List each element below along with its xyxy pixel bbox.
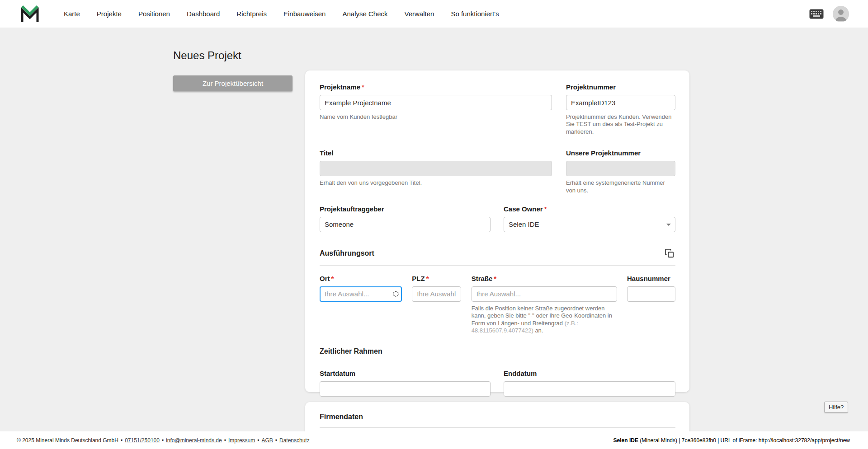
top-nav-bar: Karte Projekte Positionen Dashboard Rich…: [0, 0, 868, 28]
section-divider: [320, 265, 675, 266]
footer-link-email[interactable]: info@mineral-minds.de: [166, 437, 222, 444]
dropdown-arrow-icon: [666, 224, 671, 226]
unsere-projektnummer-helper: Erhält eine systemgenerierte Nummer von …: [566, 179, 675, 194]
keyboard-icon[interactable]: [809, 9, 824, 19]
plz-label-text: PLZ: [412, 275, 425, 282]
titel-label-text: Titel: [320, 149, 334, 157]
nav-item-dashboard[interactable]: Dashboard: [187, 10, 220, 18]
unsere-projektnummer-input: [566, 161, 675, 176]
case-owner-label-text: Case Owner: [504, 205, 543, 213]
projektauftraggeber-field: Projektauftraggeber: [320, 205, 491, 232]
plz-label: PLZ*: [412, 275, 461, 283]
footer-separator: •: [162, 437, 164, 444]
titel-label: Titel: [320, 149, 552, 157]
enddatum-label-text: Enddatum: [504, 369, 537, 377]
footer-separator: •: [121, 437, 123, 444]
mineral-minds-logo[interactable]: [20, 5, 39, 23]
required-asterisk: *: [362, 83, 364, 91]
nav-item-einbauweisen[interactable]: Einbauweisen: [283, 10, 326, 18]
nav-item-so-funktionierts[interactable]: So funktioniert's: [451, 10, 499, 18]
footer-separator: •: [275, 437, 277, 444]
required-asterisk: *: [331, 275, 334, 282]
enddatum-field: Enddatum: [504, 369, 675, 397]
footer-link-impressum[interactable]: Impressum: [228, 437, 255, 444]
main-nav: Karte Projekte Positionen Dashboard Rich…: [64, 10, 499, 18]
unsere-projektnummer-label-text: Unsere Projektnummer: [566, 149, 641, 157]
topbar-actions: [809, 6, 849, 22]
projektauftraggeber-input[interactable]: [320, 217, 491, 232]
footer-info: © 2025 Mineral Minds Deutschland GmbH • …: [17, 437, 310, 444]
zeitlicher-rahmen-section-header: Zeitlicher Rahmen: [320, 347, 675, 362]
unsere-projektnummer-label: Unsere Projektnummer: [566, 149, 675, 157]
ort-field: Ort*: [320, 275, 402, 302]
copy-icon: [665, 248, 675, 258]
form-row-dates: Startdatum Enddatum: [320, 369, 675, 397]
ausfuehrungsort-section-header: Ausführungsort: [320, 248, 675, 266]
strasse-helper-suffix: an.: [533, 327, 543, 334]
startdatum-label-text: Startdatum: [320, 369, 355, 377]
case-owner-value: Selen IDE: [509, 220, 539, 228]
hausnummer-field: Hausnummer: [627, 275, 675, 302]
nav-item-verwalten[interactable]: Verwalten: [405, 10, 434, 18]
projektname-label-text: Projektname: [320, 83, 360, 91]
projektnummer-helper: Projektnummer des Kunden. Verwenden Sie …: [566, 113, 675, 136]
form-row-location: Ort* PLZ* Straße* Falls die Po: [320, 275, 675, 335]
required-asterisk: *: [494, 275, 496, 282]
nav-item-richtpreis[interactable]: Richtpreis: [236, 10, 267, 18]
footer-separator: •: [257, 437, 259, 444]
titel-field: Titel Erhält den von uns vorgegebenen Ti…: [320, 149, 552, 187]
ort-label-text: Ort: [320, 275, 330, 282]
projektauftraggeber-label-text: Projektauftraggeber: [320, 205, 384, 213]
plz-input[interactable]: [412, 286, 461, 302]
project-overview-button[interactable]: Zur Projektübersicht: [173, 75, 292, 91]
user-avatar-icon[interactable]: [833, 6, 849, 22]
nav-item-analyse-check[interactable]: Analyse Check: [342, 10, 387, 18]
project-form-card: Projektname* Name vom Kunden festlegbar …: [305, 70, 689, 392]
ausfuehrungsort-title: Ausführungsort: [320, 249, 374, 258]
case-owner-select[interactable]: Selen IDE: [504, 217, 675, 232]
strasse-label-text: Straße: [472, 275, 493, 282]
footer-link-phone[interactable]: 07151/250100: [125, 437, 160, 444]
loading-spinner-icon: [393, 291, 399, 297]
projektnummer-field: Projektnummer Projektnummer des Kunden. …: [566, 83, 675, 136]
projektnummer-input[interactable]: [566, 95, 675, 110]
required-asterisk: *: [426, 275, 429, 282]
case-owner-field: Case Owner* Selen IDE: [504, 205, 675, 232]
zeitlicher-rahmen-title: Zeitlicher Rahmen: [320, 347, 382, 355]
strasse-input[interactable]: [472, 286, 617, 302]
help-button[interactable]: Hilfe?: [824, 402, 848, 413]
form-row-titel-number: Titel Erhält den von uns vorgegebenen Ti…: [320, 149, 675, 194]
section-divider: [320, 427, 675, 428]
footer-link-datenschutz[interactable]: Datenschutz: [279, 437, 310, 444]
plz-field: PLZ*: [412, 275, 461, 302]
projektauftraggeber-label: Projektauftraggeber: [320, 205, 491, 213]
unsere-projektnummer-field: Unsere Projektnummer Erhält eine systemg…: [566, 149, 675, 194]
startdatum-input[interactable]: [320, 381, 491, 397]
strasse-field: Straße* Falls die Position keiner Straße…: [472, 275, 617, 335]
footer: © 2025 Mineral Minds Deutschland GmbH • …: [0, 431, 868, 449]
required-asterisk: *: [544, 205, 547, 213]
hausnummer-label: Hausnummer: [627, 275, 675, 283]
footer-link-agb[interactable]: AGB: [261, 437, 273, 444]
nav-item-projekte[interactable]: Projekte: [97, 10, 122, 18]
enddatum-input[interactable]: [504, 381, 675, 397]
session-details: (Mineral Minds) | 7ce360e83fb0 | URL of …: [638, 437, 850, 444]
nav-item-positionen[interactable]: Positionen: [138, 10, 170, 18]
startdatum-field: Startdatum: [320, 369, 491, 397]
projektname-helper: Name vom Kunden festlegbar: [320, 113, 552, 121]
footer-copyright: © 2025 Mineral Minds Deutschland GmbH: [17, 437, 118, 444]
copy-location-button[interactable]: [664, 248, 675, 259]
section-divider: [320, 362, 675, 362]
hausnummer-label-text: Hausnummer: [627, 275, 670, 282]
enddatum-label: Enddatum: [504, 369, 675, 378]
projektname-field: Projektname* Name vom Kunden festlegbar: [320, 83, 552, 121]
firmendaten-card: Firmendaten: [305, 402, 689, 431]
hausnummer-input[interactable]: [627, 286, 675, 302]
projektnummer-label: Projektnummer: [566, 83, 675, 91]
nav-item-karte[interactable]: Karte: [64, 10, 80, 18]
logo-icon: [20, 5, 39, 23]
session-info: Selen IDE (Mineral Minds) | 7ce360e83fb0…: [613, 437, 850, 444]
projektname-input[interactable]: [320, 95, 552, 110]
page-title: Neues Projekt: [173, 49, 241, 62]
ort-input[interactable]: [320, 286, 402, 302]
